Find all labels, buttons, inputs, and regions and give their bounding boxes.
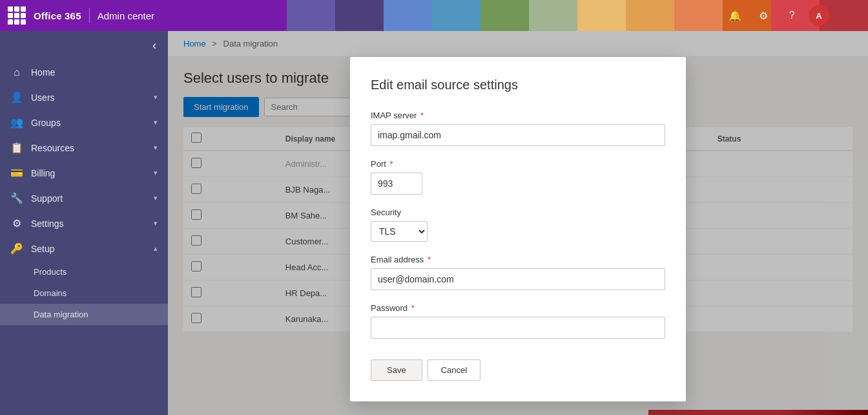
sidebar-sub-data-migration-label: Data migration — [34, 310, 88, 319]
password-group: Password * — [371, 303, 665, 339]
email-address-input[interactable] — [371, 268, 665, 290]
sidebar-item-billing-label: Billing — [31, 168, 146, 178]
help-question-icon[interactable]: ? — [780, 4, 803, 27]
admin-label: Admin center — [98, 10, 154, 21]
password-label: Password * — [371, 303, 665, 313]
required-marker: * — [409, 303, 415, 313]
support-icon: 🔧 — [10, 192, 23, 204]
required-marker: * — [418, 111, 424, 120]
setup-icon: 🔑 — [10, 242, 23, 255]
cancel-button[interactable]: Cancel — [428, 359, 480, 381]
required-marker: * — [388, 159, 393, 169]
main-content: Home > Data migration Select users to mi… — [168, 31, 868, 415]
sidebar-sub-products-label: Products — [34, 267, 67, 277]
sidebar-item-users[interactable]: 👤 Users ▾ — [0, 85, 168, 110]
sidebar-collapse-area: ‹ — [0, 31, 168, 60]
edit-email-source-dialog: Edit email source settings IMAP server *… — [350, 57, 686, 401]
port-input[interactable] — [371, 173, 422, 195]
chevron-down-icon: ▾ — [154, 194, 158, 202]
sidebar-item-home[interactable]: ⌂ Home — [0, 60, 168, 85]
resources-icon: 📋 — [10, 142, 23, 154]
sidebar-item-setup-label: Setup — [31, 244, 146, 254]
users-icon: 👤 — [10, 91, 23, 103]
sidebar-sub-products[interactable]: Products — [0, 261, 168, 282]
sidebar-item-support-label: Support — [31, 193, 146, 204]
settings-icon: ⚙ — [10, 217, 23, 229]
chevron-down-icon: ▾ — [154, 219, 158, 228]
password-input[interactable] — [371, 317, 665, 339]
sidebar-item-groups[interactable]: 👥 Groups ▾ — [0, 110, 168, 135]
sidebar-item-billing[interactable]: 💳 Billing ▾ — [0, 160, 168, 186]
groups-icon: 👥 — [10, 116, 23, 129]
sidebar-sub-domains[interactable]: Domains — [0, 282, 168, 304]
save-button[interactable]: Save — [371, 359, 422, 381]
collapse-sidebar-button[interactable]: ‹ — [149, 36, 160, 55]
sidebar-sub-data-migration[interactable]: Data migration — [0, 304, 168, 325]
chevron-down-icon: ▾ — [154, 93, 158, 101]
sidebar-sub-domains-label: Domains — [34, 288, 67, 298]
sidebar-item-resources[interactable]: 📋 Resources ▾ — [0, 135, 168, 160]
sidebar-item-settings-label: Settings — [31, 218, 146, 229]
dialog-title: Edit email source settings — [371, 78, 665, 92]
home-icon: ⌂ — [10, 67, 23, 78]
sidebar-item-support[interactable]: 🔧 Support ▾ — [0, 186, 168, 211]
imap-server-input[interactable] — [371, 124, 665, 146]
sidebar-item-home-label: Home — [31, 67, 158, 78]
topbar-separator — [89, 8, 90, 23]
notification-bell-icon[interactable]: 🔔 — [723, 4, 747, 27]
security-label: Security — [371, 208, 665, 217]
sidebar-item-resources-label: Resources — [31, 143, 146, 153]
imap-server-group: IMAP server * — [371, 111, 665, 146]
email-address-group: Email address * — [371, 255, 665, 290]
app-layout: ‹ ⌂ Home 👤 Users ▾ 👥 Groups ▾ 📋 Resource… — [0, 31, 868, 415]
settings-gear-icon[interactable]: ⚙ — [752, 4, 775, 27]
topbar-actions: 🔔 ⚙ ? A — [723, 0, 829, 31]
billing-icon: 💳 — [10, 167, 23, 179]
topbar: Office 365 Admin center 🔔 ⚙ ? A — [0, 0, 868, 31]
port-group: Port * — [371, 159, 665, 195]
chevron-down-icon: ▾ — [154, 144, 158, 152]
security-group: Security TLS SSL None — [371, 208, 665, 242]
chevron-up-icon: ▴ — [154, 244, 158, 253]
sidebar-item-settings[interactable]: ⚙ Settings ▾ — [0, 211, 168, 236]
sidebar: ‹ ⌂ Home 👤 Users ▾ 👥 Groups ▾ 📋 Resource… — [0, 31, 168, 415]
brand-name: Office 365 — [34, 10, 81, 21]
waffle-icon[interactable] — [8, 6, 26, 25]
email-address-label: Email address * — [371, 255, 665, 264]
sidebar-item-groups-label: Groups — [31, 118, 146, 128]
chevron-down-icon: ▾ — [154, 118, 158, 127]
modal-overlay: Edit email source settings IMAP server *… — [168, 31, 868, 415]
sidebar-item-users-label: Users — [31, 92, 146, 103]
chevron-down-icon: ▾ — [154, 169, 158, 177]
security-select[interactable]: TLS SSL None — [371, 221, 428, 242]
required-marker: * — [425, 255, 431, 264]
imap-server-label: IMAP server * — [371, 111, 665, 120]
sidebar-item-setup[interactable]: 🔑 Setup ▴ — [0, 236, 168, 261]
user-avatar[interactable]: A — [809, 5, 829, 26]
dialog-footer: Save Cancel — [371, 359, 665, 381]
port-label: Port * — [371, 159, 665, 169]
